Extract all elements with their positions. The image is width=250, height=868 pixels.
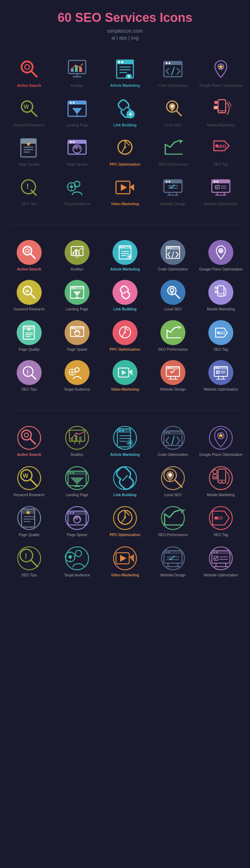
icon-link-r1 (112, 280, 138, 305)
svg-line-28 (31, 111, 37, 116)
list-item: Website Optimization (197, 542, 245, 582)
svg-point-145 (171, 289, 173, 291)
list-item: Website Optimization (197, 171, 245, 211)
svg-marker-34 (72, 108, 82, 114)
icon-seo-tips-r1: ! (17, 360, 42, 385)
svg-marker-139 (73, 291, 81, 296)
icon-label: Active Search (17, 452, 41, 457)
list-item: SEO SEO Tag (197, 501, 245, 542)
icon-keyword-flat: W (17, 97, 41, 121)
icon-label: Google Place Optimization (199, 267, 242, 272)
list-item: Website Design (149, 356, 197, 396)
svg-point-231 (209, 426, 232, 449)
svg-line-250 (175, 481, 182, 487)
page-formats: ai | eps | svg (7, 35, 243, 41)
icon-label: Code Optimization (158, 267, 188, 272)
svg-point-138 (74, 287, 76, 289)
svg-marker-301 (120, 555, 126, 562)
icon-landing-r2 (65, 466, 90, 491)
svg-point-306 (168, 552, 170, 553)
svg-point-202 (18, 426, 41, 449)
svg-point-194 (216, 367, 217, 369)
icon-link-r2 (112, 466, 138, 491)
svg-point-118 (123, 247, 124, 248)
svg-point-255 (221, 481, 223, 482)
svg-point-33 (73, 102, 75, 103)
icon-label: Mobile Marketing (207, 493, 235, 498)
svg-point-47 (214, 101, 218, 104)
icon-google-r2 (208, 425, 233, 450)
icon-analityc-r2 (65, 425, 90, 450)
icon-web-opt-flat (209, 175, 233, 200)
svg-point-205 (24, 433, 28, 437)
svg-point-23 (169, 62, 170, 64)
icon-label: SEO Tips (22, 387, 37, 392)
svg-point-242 (73, 472, 74, 474)
list-item: SEO Performance (149, 316, 197, 356)
list-item: Article Marketing (101, 236, 149, 276)
icon-page-quality-r1 (17, 320, 42, 345)
svg-point-60 (73, 141, 75, 143)
list-item: Page Speed (53, 501, 101, 542)
list-item: Link Building (101, 92, 149, 132)
icon-active-search-flat (17, 57, 41, 81)
list-item: Local SEO (149, 92, 197, 132)
icon-landing-flat (65, 97, 89, 121)
svg-line-204 (30, 439, 35, 444)
icon-ppc-r2 (112, 506, 138, 531)
svg-rect-48 (214, 106, 218, 109)
icon-label: SEO Tips (22, 202, 37, 207)
icon-label: Page Speed (67, 533, 87, 537)
list-item: ! SEO Tips (5, 542, 53, 582)
icon-active-search-r1 (17, 240, 42, 265)
icon-article-flat (113, 57, 137, 81)
list-item: Target Audience (53, 356, 101, 396)
svg-rect-150 (215, 291, 218, 293)
icon-label: Code Optimization (158, 452, 188, 457)
svg-point-217 (119, 430, 121, 432)
list-item: Active Search (5, 53, 53, 92)
svg-point-159 (72, 327, 73, 329)
svg-line-279 (122, 518, 124, 523)
icon-seo-tag-flat: SEO (209, 136, 233, 160)
icon-label: Mobile Marketing (207, 123, 235, 128)
list-item: SEO SEO Tag (197, 316, 245, 356)
icon-label: Analityc (71, 267, 84, 272)
svg-marker-84 (130, 184, 134, 191)
icon-label: Landing Page (66, 493, 89, 498)
icon-label: Article Marketing (110, 452, 140, 457)
icon-grid-flat: Active Search Analityc (3, 53, 247, 211)
svg-point-98 (217, 181, 218, 182)
icon-label: Website Optimization (203, 573, 238, 578)
icon-label: Analityc (71, 83, 84, 88)
icon-label: Target Audience (64, 573, 90, 578)
icon-label: SEO Performance (158, 347, 188, 352)
icon-label: Website Design (160, 202, 185, 207)
svg-point-315 (214, 552, 215, 553)
list-item: Link Building (101, 461, 149, 502)
icon-ppc-r1 (112, 320, 138, 345)
icon-label: SEO Tips (22, 573, 37, 578)
svg-point-187 (168, 367, 169, 369)
icon-label: Page Speed (67, 162, 87, 167)
svg-line-236 (31, 479, 37, 486)
list-item: Website Design (149, 542, 197, 582)
section-divider (10, 225, 240, 225)
icon-google-place-flat (209, 57, 233, 81)
svg-point-181 (71, 371, 74, 374)
icon-label: Link Building (114, 307, 137, 312)
icon-label: Google Place Optimization (199, 452, 242, 457)
svg-point-89 (169, 181, 170, 182)
svg-point-251 (168, 473, 172, 477)
icon-label: Google Place Optimization (199, 83, 242, 88)
svg-point-97 (214, 181, 216, 182)
icon-label: Video Marketing (111, 387, 139, 392)
svg-line-133 (31, 294, 35, 298)
list-item: W Keyword Research (5, 276, 53, 316)
icon-active-search-r2 (17, 425, 42, 450)
icon-page-speed-flat (65, 136, 89, 160)
svg-line-230 (172, 436, 174, 445)
svg-point-291 (75, 550, 82, 557)
svg-line-42 (176, 111, 181, 116)
icon-label: PPC Optimization (110, 533, 140, 537)
